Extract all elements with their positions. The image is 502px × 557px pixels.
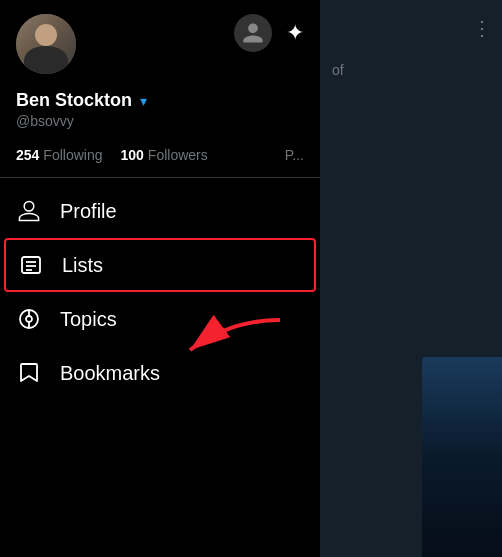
right-panel-top: ⋮: [320, 0, 502, 56]
topics-label: Topics: [60, 308, 117, 331]
user-info: Ben Stockton ▾ @bsovvy: [0, 84, 320, 139]
user-handle: @bsovvy: [16, 113, 304, 129]
followers-count: 100: [121, 147, 144, 163]
following-count: 254: [16, 147, 39, 163]
nav-item-lists[interactable]: Lists: [4, 238, 316, 292]
bookmarks-icon: [16, 360, 42, 386]
header-right: ✦: [234, 14, 304, 52]
header: ✦: [0, 0, 320, 84]
lists-label: Lists: [62, 254, 103, 277]
three-dot-menu[interactable]: ⋮: [472, 16, 492, 40]
user-name-row: Ben Stockton ▾: [16, 90, 304, 111]
stats-row: 254 Following 100 Followers P...: [0, 139, 320, 177]
right-panel: ⋮ of: [320, 0, 502, 557]
divider: [0, 177, 320, 178]
topics-icon: [16, 306, 42, 332]
sidebar: ✦ Ben Stockton ▾ @bsovvy 254 Following 1…: [0, 0, 320, 557]
profile-icon: [16, 198, 42, 224]
avatar[interactable]: [16, 14, 76, 74]
right-image-strip: [422, 357, 502, 557]
user-name: Ben Stockton: [16, 90, 132, 111]
following-stat[interactable]: 254 Following: [16, 147, 103, 163]
followers-stat[interactable]: 100 Followers: [121, 147, 208, 163]
stat-more: P...: [285, 147, 304, 163]
sparkle-icon[interactable]: ✦: [286, 20, 304, 46]
nav-item-topics[interactable]: Topics: [0, 292, 320, 346]
profile-label: Profile: [60, 200, 117, 223]
lists-icon: [18, 252, 44, 278]
account-dropdown-icon[interactable]: ▾: [140, 93, 147, 109]
right-panel-text: of: [320, 56, 356, 84]
followers-label: Followers: [148, 147, 208, 163]
account-switcher-avatar[interactable]: [234, 14, 272, 52]
following-label: Following: [43, 147, 102, 163]
svg-point-5: [26, 316, 32, 322]
bookmarks-label: Bookmarks: [60, 362, 160, 385]
nav-item-bookmarks[interactable]: Bookmarks: [0, 346, 320, 400]
nav-item-profile[interactable]: Profile: [0, 184, 320, 238]
